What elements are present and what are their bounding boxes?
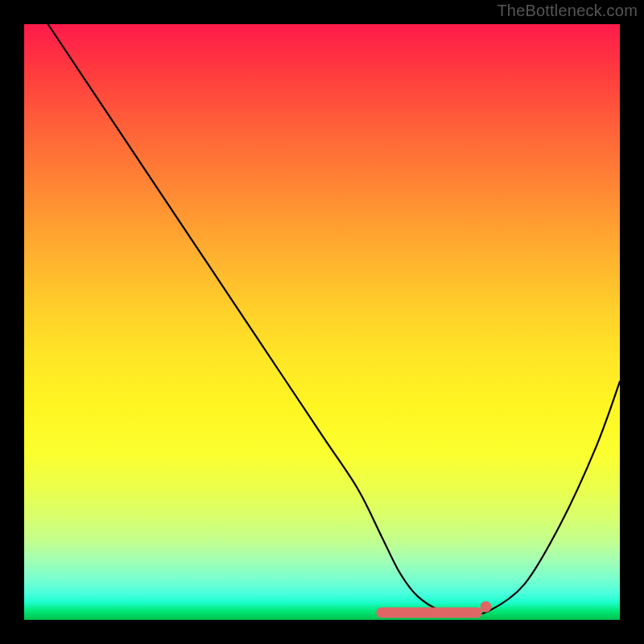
watermark-text: TheBottleneck.com [497,2,638,20]
chart-gradient-background [24,24,620,620]
optimal-end-dot [481,601,492,613]
bottleneck-curve [48,24,620,614]
chart-svg [24,24,620,620]
